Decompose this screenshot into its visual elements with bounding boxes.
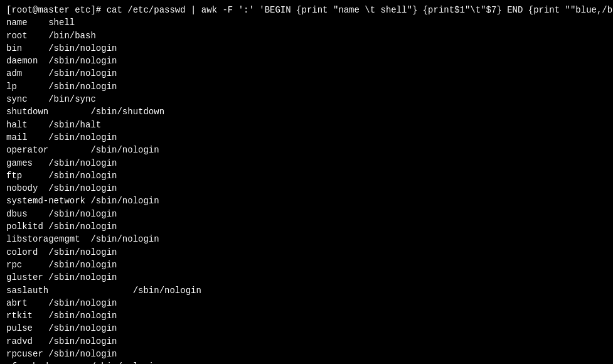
output-line-ftp: ftp /sbin/nologin bbox=[6, 169, 607, 182]
output-line-colord: colord /sbin/nologin bbox=[6, 246, 607, 259]
output-line-saslauth: saslauth /sbin/nologin bbox=[6, 284, 607, 297]
output-line-gluster: gluster /sbin/nologin bbox=[6, 271, 607, 284]
output-line-lp: lp /sbin/nologin bbox=[6, 80, 607, 93]
output-line-pulse: pulse /sbin/nologin bbox=[6, 322, 607, 335]
output-line-mail: mail /sbin/nologin bbox=[6, 131, 607, 144]
output-line-radvd: radvd /sbin/nologin bbox=[6, 335, 607, 348]
output-header: name shell bbox=[6, 16, 607, 29]
output-line-nobody: nobody /sbin/nologin bbox=[6, 182, 607, 195]
output-line-polkitd: polkitd /sbin/nologin bbox=[6, 220, 607, 233]
output-line-games: games /sbin/nologin bbox=[6, 157, 607, 169]
output-line-adm: adm /sbin/nologin bbox=[6, 67, 607, 80]
output-line-bin: bin /sbin/nologin bbox=[6, 42, 607, 55]
output-line-systemd-network: systemd-network /sbin/nologin bbox=[6, 195, 607, 207]
output-line-shutdown: shutdown /sbin/shutdown bbox=[6, 105, 607, 118]
output-line-daemon: daemon /sbin/nologin bbox=[6, 55, 607, 67]
output-line-root: root /bin/bash bbox=[6, 29, 607, 42]
output-line-rpc: rpc /sbin/nologin bbox=[6, 259, 607, 271]
command-line: [root@master etc]# cat /etc/passwd | awk… bbox=[6, 4, 607, 16]
output-line-libstoragemgmt: libstoragemgmt /sbin/nologin bbox=[6, 233, 607, 245]
output-line-halt: halt /sbin/halt bbox=[6, 119, 607, 131]
terminal-window: [root@master etc]# cat /etc/passwd | awk… bbox=[4, 3, 609, 364]
output-line-operator: operator /sbin/nologin bbox=[6, 144, 607, 156]
output-line-dbus: dbus /sbin/nologin bbox=[6, 208, 607, 220]
output-line-nfsnobody: nfsnobody /sbin/nologin bbox=[6, 360, 607, 364]
output-line-rpcuser: rpcuser /sbin/nologin bbox=[6, 348, 607, 360]
output-line-rtkit: rtkit /sbin/nologin bbox=[6, 309, 607, 322]
output-line-sync: sync /bin/sync bbox=[6, 93, 607, 105]
output-line-abrt: abrt /sbin/nologin bbox=[6, 297, 607, 309]
